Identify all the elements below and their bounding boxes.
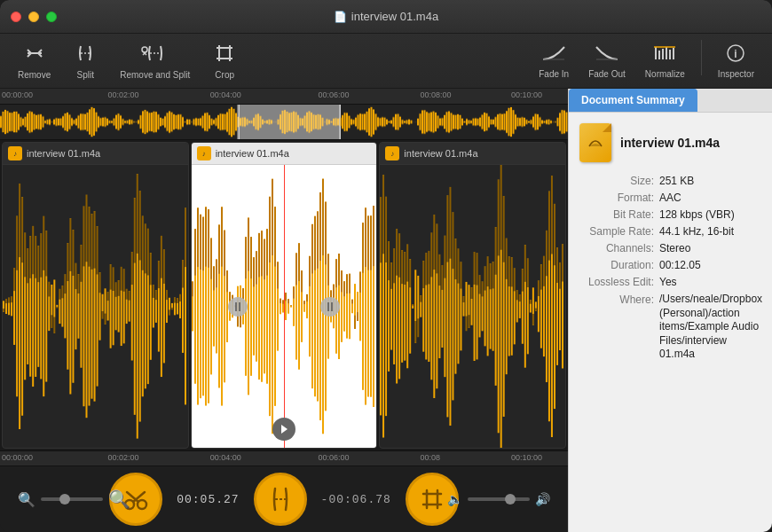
remove-and-split-label: Remove and Split (120, 70, 190, 80)
fade-out-button[interactable]: Fade Out (579, 40, 634, 82)
inspector-button[interactable]: i Inspector (709, 40, 763, 82)
remove-icon (24, 43, 45, 68)
ruler-mark-b: 00:06:00 (318, 453, 349, 462)
close-button[interactable] (11, 12, 21, 22)
tracks-area: ♪ interview 01.m4a ♪ interview 01.m4a (0, 140, 568, 450)
volume-high-icon[interactable]: 🔊 (535, 492, 550, 506)
document-summary-tab[interactable]: Document Summary (569, 89, 697, 112)
traffic-lights (11, 12, 57, 22)
remaining-time: -00:06.78 (321, 493, 391, 506)
ruler-mark: 00:00:00 (2, 90, 33, 99)
inspector-panel: Document Summary interview 01.m4a Size: … (568, 89, 772, 532)
svg-rect-6 (219, 48, 230, 59)
track-2-icon: ♪ (197, 146, 211, 160)
bottom-center-controls: 00:05.27 -00:06.78 (109, 473, 459, 526)
main-content: 00:00:00 00:02:00 00:04:00 00:06:00 00:0… (0, 89, 772, 532)
split-icon (75, 43, 96, 68)
ruler-mark-b: 00:10:00 (511, 453, 542, 462)
ruler-mark-b: 00:08 (421, 453, 441, 462)
ruler-mark-b: 00:04:00 (210, 453, 241, 462)
track-3-name: interview 01.m4a (404, 148, 560, 159)
document-icon: 📄 (334, 11, 347, 23)
fade-out-icon (595, 43, 619, 67)
crop-icon (214, 43, 235, 68)
timeline-ruler-bottom: 00:00:00 00:02:00 00:04:00 00:06:00 00:0… (0, 450, 568, 466)
fade-out-label: Fade Out (588, 69, 626, 79)
minimize-button[interactable] (28, 12, 39, 22)
ruler-mark: 00:04:00 (210, 90, 241, 99)
ruler-mark-b: 00:00:00 (2, 453, 33, 462)
svg-marker-30 (281, 425, 288, 434)
svg-text:i: i (735, 48, 737, 60)
remove-button[interactable]: Remove (9, 39, 59, 83)
fade-in-button[interactable]: Fade In (530, 40, 578, 82)
track-2-header: ♪ interview 01.m4a (192, 143, 377, 165)
track-1-icon: ♪ (8, 146, 22, 160)
inspector-tabs: Document Summary (569, 89, 772, 113)
fade-in-icon (541, 43, 566, 67)
remove-label: Remove (18, 70, 51, 80)
volume-slider[interactable] (468, 497, 530, 501)
toolbar-left: Remove Split (9, 39, 530, 83)
volume-controls: 🔈 🔊 (447, 492, 550, 506)
track-2: ♪ interview 01.m4a (191, 142, 378, 449)
toolbar-separator (701, 40, 702, 75)
volume-slider-thumb[interactable] (505, 494, 516, 505)
zoom-slider[interactable] (41, 497, 103, 501)
normalize-label: Normalize (645, 69, 685, 79)
track-3-icon: ♪ (385, 146, 399, 160)
crop-button[interactable]: Crop (202, 39, 247, 83)
mini-play-button[interactable] (272, 418, 295, 441)
left-trim-handle[interactable] (228, 297, 248, 317)
meta-row-lossless: Lossless Edit: Yes (579, 276, 761, 288)
track-3-waveform[interactable] (380, 165, 565, 448)
right-trim-handle[interactable] (320, 297, 340, 317)
window-title: 📄 interview 01.m4a (334, 10, 438, 23)
crop-label: Crop (215, 70, 234, 80)
bottom-controls: 🔍 🔍 00:05.27 (0, 466, 568, 532)
split-label: Split (77, 70, 94, 80)
meta-row-size: Size: 251 KB (579, 175, 761, 187)
ruler-mark-b: 00:02:00 (108, 453, 139, 462)
file-title: interview 01.m4a (620, 136, 720, 150)
inspector-icon: i (726, 43, 745, 67)
meta-table: Size: 251 KB Format: AAC Bit Rate: 128 k… (579, 175, 761, 362)
ruler-mark: 00:06:00 (318, 90, 349, 99)
inspector-label: Inspector (718, 69, 754, 79)
zoom-in-icon[interactable]: 🔍 (108, 489, 130, 510)
titlebar: 📄 interview 01.m4a (0, 0, 772, 34)
track-3-header: ♪ interview 01.m4a (380, 143, 565, 165)
maximize-button[interactable] (46, 12, 57, 22)
svg-point-3 (142, 47, 147, 52)
ruler-mark: 00:08:00 (421, 90, 452, 99)
track-1-header: ♪ interview 01.m4a (3, 143, 188, 165)
file-icon (579, 123, 611, 162)
meta-row-format: Format: AAC (579, 192, 761, 204)
track-1-waveform[interactable] (3, 165, 188, 448)
file-header: interview 01.m4a (579, 123, 761, 162)
meta-row-where: Where: /Users/neale/Dropbox (Personal)/a… (579, 293, 761, 362)
normalize-button[interactable]: Normalize (636, 40, 694, 82)
timeline-ruler-top: 00:00:00 00:02:00 00:04:00 00:06:00 00:0… (0, 89, 568, 105)
track-2-name: interview 01.m4a (216, 148, 372, 159)
meta-row-bitrate: Bit Rate: 128 kbps (VBR) (579, 208, 761, 221)
meta-row-duration: Duration: 00:12.05 (579, 259, 761, 271)
audio-editor: 00:00:00 00:02:00 00:04:00 00:06:00 00:0… (0, 89, 568, 532)
meta-row-samplerate: Sample Rate: 44.1 kHz, 16-bit (579, 225, 761, 238)
ruler-mark: 00:02:00 (108, 90, 139, 99)
zoom-slider-thumb[interactable] (59, 494, 70, 505)
track-2-waveform[interactable] (192, 165, 377, 448)
overview-waveform[interactable] (0, 105, 568, 140)
toolbar-right: Fade In Fade Out (530, 40, 763, 82)
current-time: 00:05.27 (177, 493, 239, 506)
meta-row-channels: Channels: Stereo (579, 242, 761, 254)
inspector-content: interview 01.m4a Size: 251 KB Format: AA… (569, 113, 772, 532)
volume-low-icon[interactable]: 🔈 (447, 492, 462, 506)
track-1: ♪ interview 01.m4a (2, 142, 189, 449)
fade-in-label: Fade In (539, 69, 569, 79)
zoom-out-icon[interactable]: 🔍 (18, 491, 35, 508)
split-big-button[interactable] (254, 473, 307, 526)
split-button[interactable]: Split (63, 39, 107, 83)
remove-and-split-button[interactable]: Remove and Split (111, 39, 199, 83)
ruler-mark: 00:10:00 (511, 90, 542, 99)
